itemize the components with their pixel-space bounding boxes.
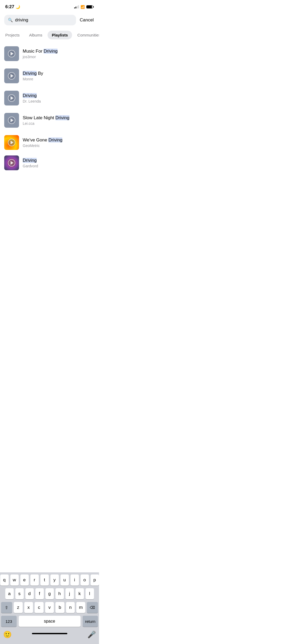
status-bar: 6:27 🌙 📶 <box>0 0 99 12</box>
list-item[interactable]: Driving Gardvord <box>4 154 95 172</box>
playlist-creator: jos3mor <box>23 55 95 59</box>
list-item[interactable]: Driving By Monre <box>4 65 95 87</box>
playlist-info: Driving By Monre <box>23 71 95 81</box>
playlist-creator: Monre <box>23 77 95 81</box>
tab-albums[interactable]: Albums <box>25 31 46 39</box>
playlist-creator: Lei.cca <box>23 121 95 126</box>
playlist-creator: GeoMetric <box>23 144 95 148</box>
playlist-creator: Gardvord <box>23 164 95 168</box>
playlist-thumb <box>4 135 19 150</box>
playlist-thumb <box>4 113 19 128</box>
playlist-info: Driving Gardvord <box>23 158 95 168</box>
battery-icon <box>86 5 94 8</box>
play-icon <box>8 139 15 146</box>
search-input-wrapper[interactable]: 🔍 <box>4 15 76 25</box>
playlist-thumb <box>4 46 19 61</box>
playlist-title: Driving <box>23 93 95 99</box>
playlist-title: Driving By <box>23 71 95 76</box>
playlist-creator: Dr. Leenda <box>23 99 95 103</box>
play-icon <box>8 94 15 102</box>
playlist-info: Music For Driving jos3mor <box>23 48 95 59</box>
playlist-thumb <box>4 155 19 170</box>
filter-tabs: Projects Albums Playlists Communities <box>0 29 99 43</box>
playlist-list: Music For Driving jos3mor Driving By Mon… <box>0 43 99 172</box>
playlist-info: Slow Late Night Driving Lei.cca <box>23 115 95 126</box>
list-item[interactable]: Slow Late Night Driving Lei.cca <box>4 109 95 131</box>
search-icon: 🔍 <box>8 18 13 22</box>
wifi-icon: 📶 <box>81 5 85 9</box>
status-icons: 📶 <box>74 5 94 9</box>
play-icon <box>8 50 15 57</box>
play-icon <box>8 117 15 124</box>
signal-icon <box>74 5 79 8</box>
cancel-button[interactable]: Cancel <box>79 17 95 23</box>
playlist-title: Music For Driving <box>23 48 95 54</box>
search-container: 🔍 Cancel <box>0 12 99 29</box>
status-time: 6:27 🌙 <box>5 4 20 10</box>
play-icon <box>8 159 15 167</box>
playlist-thumb <box>4 68 19 83</box>
play-icon <box>8 72 15 80</box>
moon-icon: 🌙 <box>16 5 20 9</box>
playlist-title: Driving <box>23 158 95 163</box>
playlist-info: Driving Dr. Leenda <box>23 93 95 103</box>
tab-playlists[interactable]: Playlists <box>48 31 72 39</box>
playlist-thumb <box>4 91 19 105</box>
tab-projects[interactable]: Projects <box>1 31 24 39</box>
list-item[interactable]: We've Gone Driving GeoMetric <box>4 131 95 154</box>
tab-communities[interactable]: Communities <box>73 31 99 39</box>
search-input[interactable] <box>15 17 72 23</box>
list-item[interactable]: Driving Dr. Leenda <box>4 87 95 109</box>
list-item[interactable]: Music For Driving jos3mor <box>4 43 95 65</box>
playlist-title: We've Gone Driving <box>23 137 95 143</box>
playlist-info: We've Gone Driving GeoMetric <box>23 137 95 148</box>
playlist-title: Slow Late Night Driving <box>23 115 95 121</box>
